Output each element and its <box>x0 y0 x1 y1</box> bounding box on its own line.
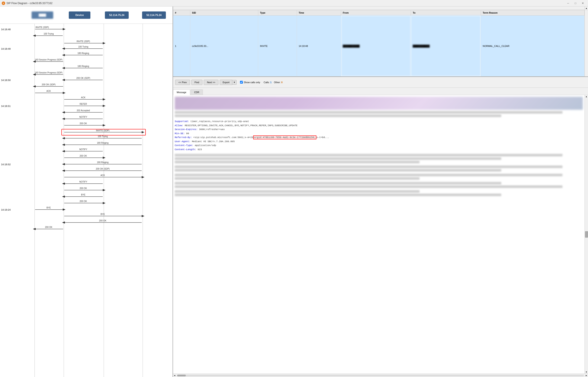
msg-user-agent: User-Agent: Mediant VE SBC/v.7.20A.260.0… <box>175 140 583 143</box>
msg-content-type: Content-Type: application/sdp <box>175 144 583 147</box>
prev-button[interactable]: << Prev <box>175 80 190 85</box>
table-wrapper: # SID Type Time From To Term Reason <box>173 10 588 76</box>
svg-text:200 OK (SDP): 200 OK (SDP) <box>96 168 110 170</box>
svg-marker-86 <box>103 189 106 191</box>
message-outer: Supported: timer,replaces,resource-prior… <box>173 95 588 374</box>
svg-text:NOTIFY: NOTIFY <box>79 116 87 118</box>
bottom-scrollbar: ◄ ► <box>173 374 588 377</box>
cell-num: 1 <box>173 16 190 76</box>
main-content: ████ Device 52.114.75.24 52.114.75.24 <box>0 6 588 377</box>
svg-text:BYE: BYE <box>47 207 51 209</box>
next-button[interactable]: Next >> <box>204 80 219 85</box>
svg-text:200 OK: 200 OK <box>80 187 87 189</box>
title-bar: ● SIP Flow Diagram - cc9e33:85:3377162 ─… <box>0 0 588 6</box>
entity-2: 52.114.75.24 <box>98 6 135 24</box>
calls-number: 1 <box>270 81 272 84</box>
minimize-button[interactable]: ─ <box>565 1 572 5</box>
blur-sdp-4 <box>175 165 563 168</box>
svg-text:200 OK (SDP): 200 OK (SDP) <box>42 83 56 86</box>
svg-text:180 Ringing: 180 Ringing <box>77 65 89 67</box>
svg-marker-12 <box>103 42 106 44</box>
svg-text:200 OK (SDP): 200 OK (SDP) <box>76 77 90 79</box>
title-bar-left: ● SIP Flow Diagram - cc9e33:85:3377162 <box>2 1 52 5</box>
col-header-time: Time <box>297 10 341 16</box>
svg-marker-96 <box>63 209 65 211</box>
blur-sdp-1 <box>175 154 563 156</box>
blur-sdp-6 <box>175 174 563 176</box>
svg-text:200 OK: 200 OK <box>80 155 87 157</box>
svg-marker-41 <box>103 98 106 100</box>
svg-marker-9 <box>33 35 36 37</box>
scroll-right-btn[interactable]: ► <box>585 374 588 377</box>
sip-flow-svg: 14:18:48 INVITE (SDP) 100 Trying INVITE … <box>0 24 173 377</box>
svg-marker-89 <box>62 196 65 198</box>
entity-box-device: Device <box>69 12 90 19</box>
svg-marker-51 <box>62 118 65 120</box>
cell-from: ██████████ <box>341 16 411 76</box>
show-calls-group: Show calls only <box>240 81 260 84</box>
window-title: SIP Flow Diagram - cc9e33:85:3377162 <box>6 2 52 5</box>
tab-cdr[interactable]: CDR <box>191 89 203 95</box>
table-row[interactable]: 1 cc9e33:85:33... INVITE 14:18:48 ██████… <box>173 16 585 76</box>
bottom-scroll-thumb <box>177 375 186 376</box>
find-button[interactable]: Find <box>191 80 202 85</box>
msg-referred-by: Referred-By: <sip:sip.pstnhub.microsoft.… <box>175 136 583 139</box>
svg-text:NOTIFY: NOTIFY <box>79 181 87 183</box>
svg-marker-105 <box>33 228 36 230</box>
svg-text:14:18:51: 14:18:51 <box>1 105 11 107</box>
scroll-down-msg[interactable]: ▼ <box>585 371 588 374</box>
svg-text:NOTIFY: NOTIFY <box>79 148 87 151</box>
calls-table-area: # SID Type Time From To Term Reason <box>173 10 588 77</box>
svg-marker-32 <box>62 79 65 81</box>
col-header-from: From <box>341 10 411 16</box>
svg-text:200 OK: 200 OK <box>45 226 52 228</box>
cell-sid: cc9e33:85:33... <box>190 16 258 76</box>
message-scrollbar[interactable]: ▲ ▼ <box>585 95 588 374</box>
msg-content-length: Content-Length: 923 <box>175 148 583 152</box>
col-header-sid: SID <box>190 10 258 16</box>
calls-count-area: Calls: 1 Other: 0 <box>264 81 283 84</box>
tab-message[interactable]: Message <box>173 89 190 95</box>
other-label: Other: <box>274 81 281 84</box>
scroll-up-button[interactable]: ▲ <box>585 6 588 10</box>
msg-allow: Allow: REGISTER,OPTIONS,INVITE,ACK,CANCE… <box>175 124 583 128</box>
blur-sdp-3 <box>175 161 419 163</box>
svg-marker-64 <box>62 144 65 146</box>
entity-box-0: ████ <box>32 12 53 19</box>
show-calls-checkbox[interactable] <box>240 81 243 84</box>
svg-text:REFER: REFER <box>80 103 87 105</box>
svg-text:INVITE (SDP): INVITE (SDP) <box>36 26 49 28</box>
cell-to: ██████████ <box>411 16 481 76</box>
scroll-top-area: ▲ <box>173 6 588 10</box>
svg-text:ACK: ACK <box>47 90 51 92</box>
scroll-up-msg[interactable]: ▲ <box>585 95 588 98</box>
svg-marker-25 <box>62 67 65 69</box>
svg-marker-74 <box>62 163 65 165</box>
entity-box-3: 52.114.75.24 <box>142 12 166 19</box>
export-button[interactable]: Export <box>220 80 232 85</box>
export-dropdown-button[interactable]: ▼ <box>232 80 237 85</box>
sip-entities-header: ████ Device 52.114.75.24 52.114.75.24 <box>0 6 172 24</box>
svg-text:14:19:24: 14:19:24 <box>1 209 11 211</box>
svg-text:ACK: ACK <box>100 174 105 177</box>
blur-line-2 <box>175 115 501 117</box>
svg-text:180 Ringing: 180 Ringing <box>97 161 108 164</box>
svg-text:INVITE (SDP): INVITE (SDP) <box>96 130 110 132</box>
table-scrollbar[interactable] <box>585 10 588 76</box>
svg-marker-6 <box>63 28 65 30</box>
svg-marker-54 <box>103 124 106 126</box>
svg-text:100 Trying: 100 Trying <box>78 46 88 48</box>
svg-text:100 Trying: 100 Trying <box>98 135 108 138</box>
blur-sdp-7 <box>175 177 419 180</box>
scroll-left-btn[interactable]: ◄ <box>173 374 176 377</box>
right-panel: ▲ # SID Type Time From To <box>173 6 588 377</box>
maximize-button[interactable]: □ <box>572 1 579 5</box>
table-header-row: # SID Type Time From To Term Reason <box>173 10 585 16</box>
app-icon: ● <box>2 1 5 5</box>
blur-sdp-9 <box>175 185 563 188</box>
close-button[interactable]: ✕ <box>579 1 586 5</box>
svg-marker-48 <box>62 111 65 113</box>
svg-text:180 Ringing: 180 Ringing <box>77 52 89 54</box>
svg-marker-92 <box>103 202 106 204</box>
svg-marker-16 <box>62 47 65 50</box>
